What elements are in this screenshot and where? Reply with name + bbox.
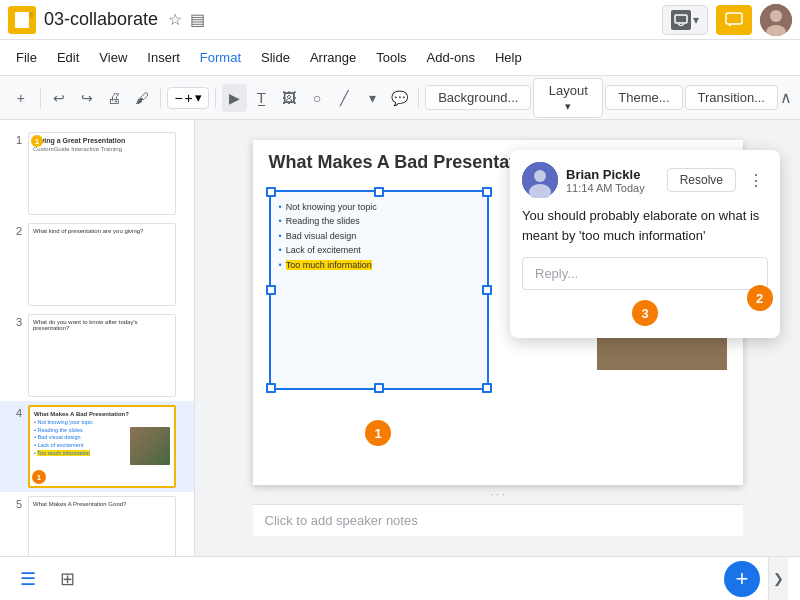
scroll-hint: · · ·: [253, 485, 743, 504]
toolbar-separator-1: [40, 88, 41, 108]
slide-thumbnail-5: What Makes A Presentation Good?: [28, 496, 176, 556]
folder-button[interactable]: ▤: [188, 8, 207, 31]
bullet-4: •Lack of excitement: [279, 243, 479, 257]
slide-number-4: 4: [8, 405, 22, 419]
title-icon-group: ☆ ▤: [166, 8, 207, 31]
slide-item-2[interactable]: 2 What kind of presentation are you givi…: [0, 219, 194, 310]
comment-tool[interactable]: 💬: [387, 84, 413, 112]
speaker-notes[interactable]: Click to add speaker notes: [253, 504, 743, 536]
toolbar-right: ∧: [780, 88, 792, 107]
comment-panel: Brian Pickle 11:14 AM Today Resolve ⋮ Yo…: [510, 150, 780, 338]
menu-help[interactable]: Help: [487, 46, 530, 69]
slide-4-comment-badge: 1: [32, 470, 46, 484]
bullet-1: •Not knowing your topic: [279, 200, 479, 214]
background-button[interactable]: Background...: [425, 85, 531, 110]
menu-format[interactable]: Format: [192, 46, 249, 69]
handle-top-right[interactable]: [482, 187, 492, 197]
list-view-button[interactable]: ☰: [12, 564, 44, 594]
comment-body: You should probably elaborate on what is…: [522, 206, 768, 245]
menu-tools[interactable]: Tools: [368, 46, 414, 69]
handle-bottom-right[interactable]: [482, 383, 492, 393]
handle-bottom-left[interactable]: [266, 383, 276, 393]
menu-view[interactable]: View: [91, 46, 135, 69]
slide-panel: 1 Giving a Great Presentation CustomGuid…: [0, 120, 195, 556]
insert-button[interactable]: +: [8, 84, 34, 112]
slide-4-image-thumb: [130, 427, 170, 465]
redo-button[interactable]: ↪: [74, 84, 100, 112]
slide-item-5[interactable]: 5 What Makes A Presentation Good?: [0, 492, 194, 556]
slide-item-3[interactable]: 3 What do you want to know after today's…: [0, 310, 194, 401]
menu-slide[interactable]: Slide: [253, 46, 298, 69]
text-tool[interactable]: T̲: [249, 84, 275, 112]
grid-view-button[interactable]: ⊞: [52, 564, 83, 594]
collapse-toolbar-button[interactable]: ∧: [780, 88, 792, 107]
handle-mid-left[interactable]: [266, 285, 276, 295]
comment-time: 11:14 AM Today: [566, 182, 659, 194]
slide-1-title: Giving a Great Presentation: [33, 137, 171, 144]
handle-bottom-mid[interactable]: [374, 383, 384, 393]
print-button[interactable]: 🖨: [101, 84, 127, 112]
menu-addons[interactable]: Add-ons: [419, 46, 483, 69]
slide-3-title: What do you want to know after today's p…: [33, 319, 171, 331]
title-bar: 03-collaborate ☆ ▤ ▾: [0, 0, 800, 40]
bullet-5: •Too much information: [279, 258, 479, 272]
slide-2-title: What kind of presentation are you giving…: [33, 228, 171, 234]
callout-badge-3: 3: [632, 300, 658, 326]
svg-point-3: [770, 10, 782, 22]
sidebar-toggle-icon: ❯: [773, 571, 784, 586]
transition-button[interactable]: Transition...: [685, 85, 778, 110]
menu-edit[interactable]: Edit: [49, 46, 87, 69]
select-tool[interactable]: ▶: [222, 84, 248, 112]
toolbar: + ↩ ↪ 🖨 🖌 − + ▾ ▶ T̲ 🖼 ○ ╱ ▾ 💬 Backgroun…: [0, 76, 800, 120]
handle-top-mid[interactable]: [374, 187, 384, 197]
paint-format-button[interactable]: 🖌: [129, 84, 155, 112]
zoom-in-icon[interactable]: +: [185, 90, 193, 106]
add-slide-button[interactable]: +: [724, 561, 760, 597]
present-dropdown-icon[interactable]: ▾: [693, 13, 699, 27]
line-tool[interactable]: ╱: [332, 84, 358, 112]
user-avatar[interactable]: [760, 4, 792, 36]
star-button[interactable]: ☆: [166, 8, 184, 31]
menu-arrange[interactable]: Arrange: [302, 46, 364, 69]
main-layout: 1 Giving a Great Presentation CustomGuid…: [0, 120, 800, 556]
present-button[interactable]: ▾: [662, 5, 708, 35]
title-right-controls: ▾: [662, 4, 792, 36]
comment-more-button[interactable]: ⋮: [744, 169, 768, 192]
layout-button[interactable]: Layout: [533, 78, 603, 118]
slide-item-1[interactable]: 1 Giving a Great Presentation CustomGuid…: [0, 128, 194, 219]
menu-bar: File Edit View Insert Format Slide Arran…: [0, 40, 800, 76]
slide-thumbnail-2: What kind of presentation are you giving…: [28, 223, 176, 306]
callout-badge-1: 1: [365, 420, 391, 446]
svg-rect-1: [726, 13, 742, 24]
theme-button[interactable]: Theme...: [605, 85, 682, 110]
slide-number-5: 5: [8, 496, 22, 510]
commenter-name: Brian Pickle: [566, 167, 659, 182]
slide-5-title: What Makes A Presentation Good?: [33, 501, 171, 507]
menu-file[interactable]: File: [8, 46, 45, 69]
undo-button[interactable]: ↩: [46, 84, 72, 112]
toolbar-separator-4: [418, 88, 419, 108]
svg-point-14: [534, 170, 546, 182]
sidebar-toggle-button[interactable]: ❯: [768, 557, 788, 601]
shape-tool[interactable]: ○: [304, 84, 330, 112]
comment-meta: Brian Pickle 11:14 AM Today: [566, 167, 659, 194]
handle-top-left[interactable]: [266, 187, 276, 197]
slide-number-1: 1: [8, 132, 22, 146]
zoom-dropdown-icon[interactable]: ▾: [195, 90, 202, 105]
bottom-bar: ☰ ⊞ + ❯: [0, 556, 800, 600]
zoom-control[interactable]: − + ▾: [167, 87, 208, 109]
comment-button[interactable]: [716, 5, 752, 35]
comment-reply-input[interactable]: Reply...: [522, 257, 768, 290]
resolve-button[interactable]: Resolve: [667, 168, 736, 192]
image-tool[interactable]: 🖼: [277, 84, 303, 112]
slide-number-2: 2: [8, 223, 22, 237]
line-dropdown[interactable]: ▾: [359, 84, 385, 112]
handle-mid-right[interactable]: [482, 285, 492, 295]
slide-item-4[interactable]: 4 What Makes A Bad Presentation? • Not k…: [0, 401, 194, 492]
zoom-out-icon[interactable]: −: [174, 90, 182, 106]
commenter-avatar: [522, 162, 558, 198]
bullet-3: •Bad visual design: [279, 229, 479, 243]
slide-4-title: What Makes A Bad Presentation?: [34, 411, 170, 417]
slide-content-box[interactable]: •Not knowing your topic •Reading the sli…: [269, 190, 489, 390]
menu-insert[interactable]: Insert: [139, 46, 188, 69]
